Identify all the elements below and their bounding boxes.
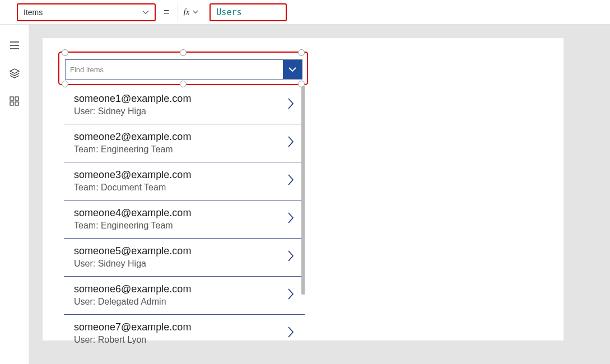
chevron-right-icon[interactable] (287, 212, 295, 227)
resize-handle[interactable] (298, 49, 305, 56)
hamburger-icon[interactable] (10, 40, 20, 50)
chevron-right-icon[interactable] (287, 97, 295, 113)
fx-label: fx (184, 7, 190, 17)
list-item-text: someone3@example.com Team: Document Team (74, 169, 191, 193)
list-item[interactable]: someone5@example.com User: Sidney Higa (64, 239, 305, 277)
property-selector[interactable]: Items (17, 3, 156, 21)
list-item-title: someone3@example.com (74, 169, 191, 181)
gallery-control: someone1@example.com User: Sidney Higa s… (64, 86, 305, 344)
layers-icon[interactable] (10, 68, 20, 78)
property-selector-label: Items (24, 8, 43, 17)
formula-bar: Items = fx Users (0, 0, 610, 25)
list-item-subtitle: User: Robert Lyon (74, 334, 191, 344)
scrollbar-thumb[interactable] (301, 86, 305, 295)
list-item-subtitle: User: Delegated Admin (74, 296, 191, 308)
list-item-text: someone6@example.com User: Delegated Adm… (74, 283, 191, 307)
list-item-subtitle: Team: Engineering Team (74, 220, 191, 232)
list-item-subtitle: Team: Document Team (74, 182, 191, 194)
equals-sign: = (161, 6, 172, 18)
chevron-right-icon[interactable] (287, 136, 295, 151)
list-item-title: someone1@example.com (74, 92, 191, 105)
chevron-right-icon[interactable] (287, 250, 295, 265)
formula-text: Users (216, 7, 241, 17)
chevron-down-icon (142, 8, 149, 16)
list-item-title: someone6@example.com (74, 283, 191, 296)
list-item-subtitle: User: Sidney Higa (74, 258, 191, 270)
resize-handle[interactable] (180, 49, 187, 56)
resize-handle[interactable] (62, 49, 68, 56)
list-item-text: someone4@example.com Team: Engineering T… (74, 207, 191, 231)
chevron-right-icon[interactable] (287, 288, 295, 304)
list-item-subtitle: Team: Engineering Team (74, 144, 191, 156)
combobox-control[interactable] (65, 59, 302, 80)
combobox-open-button[interactable] (283, 60, 302, 79)
list-item[interactable]: someone2@example.com Team: Engineering T… (64, 124, 305, 162)
chevron-down-icon (193, 9, 198, 15)
svg-rect-3 (15, 102, 18, 105)
list-item-text: someone1@example.com User: Sidney Higa (74, 92, 191, 117)
list-item[interactable]: someone7@example.com User: Robert Lyon (64, 315, 305, 344)
grid-icon[interactable] (10, 96, 20, 106)
list-item-title: someone5@example.com (74, 245, 191, 258)
list-item[interactable]: someone3@example.com Team: Document Team (64, 162, 305, 200)
svg-rect-0 (10, 97, 13, 100)
fx-dropdown[interactable]: fx (178, 3, 204, 21)
chevron-down-icon (288, 66, 297, 73)
list-item-title: someone2@example.com (74, 130, 191, 143)
svg-rect-2 (10, 102, 13, 105)
list-item-title: someone7@example.com (74, 321, 191, 334)
list-item-text: someone5@example.com User: Sidney Higa (74, 245, 191, 269)
main-area: someone1@example.com User: Sidney Higa s… (0, 25, 610, 364)
list-item[interactable]: someone1@example.com User: Sidney Higa (64, 86, 305, 124)
design-canvas[interactable]: someone1@example.com User: Sidney Higa s… (29, 25, 610, 364)
list-item[interactable]: someone6@example.com User: Delegated Adm… (64, 277, 305, 315)
list-item-text: someone2@example.com Team: Engineering T… (74, 130, 191, 155)
list-item-title: someone4@example.com (74, 207, 191, 220)
combobox-selection-outline (58, 52, 308, 85)
combobox-search-input[interactable] (66, 60, 283, 79)
left-sidebar (0, 25, 29, 364)
chevron-right-icon[interactable] (287, 326, 295, 342)
list-item-subtitle: User: Sidney Higa (74, 106, 191, 118)
list-item[interactable]: someone4@example.com Team: Engineering T… (64, 200, 305, 239)
screen-surface: someone1@example.com User: Sidney Higa s… (43, 38, 564, 340)
list-item-text: someone7@example.com User: Robert Lyon (74, 321, 191, 344)
svg-rect-1 (15, 97, 18, 100)
formula-input[interactable]: Users (209, 3, 287, 21)
chevron-right-icon[interactable] (287, 174, 295, 189)
